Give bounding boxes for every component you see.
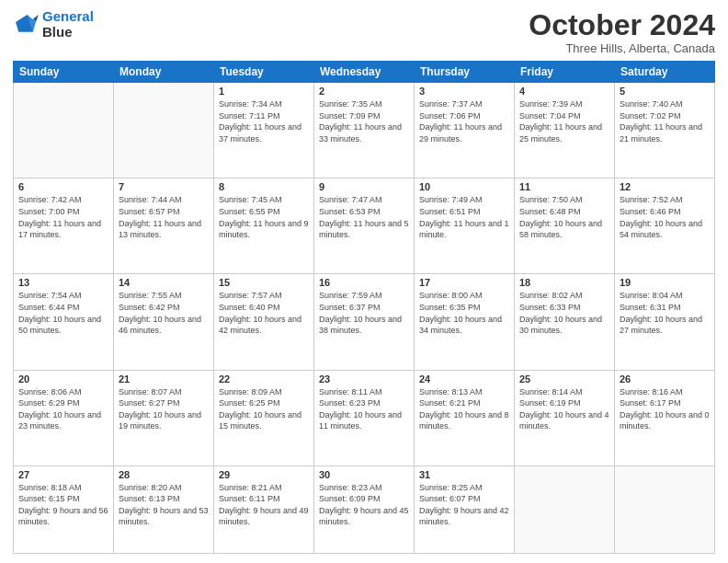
day-info: Sunrise: 7:59 AM Sunset: 6:37 PM Dayligh… bbox=[319, 290, 409, 336]
cell-w2-d0: 6Sunrise: 7:42 AM Sunset: 7:00 PM Daylig… bbox=[14, 178, 114, 274]
day-info: Sunrise: 7:39 AM Sunset: 7:04 PM Dayligh… bbox=[519, 98, 609, 144]
cell-w3-d4: 17Sunrise: 8:00 AM Sunset: 6:35 PM Dayli… bbox=[415, 274, 515, 370]
day-info: Sunrise: 8:14 AM Sunset: 6:19 PM Dayligh… bbox=[519, 386, 609, 432]
day-info: Sunrise: 8:16 AM Sunset: 6:17 PM Dayligh… bbox=[620, 386, 710, 432]
cell-w3-d3: 16Sunrise: 7:59 AM Sunset: 6:37 PM Dayli… bbox=[314, 274, 415, 370]
day-number: 28 bbox=[119, 469, 209, 480]
cell-w4-d4: 24Sunrise: 8:13 AM Sunset: 6:21 PM Dayli… bbox=[415, 370, 515, 465]
cell-w4-d2: 22Sunrise: 8:09 AM Sunset: 6:25 PM Dayli… bbox=[214, 370, 314, 465]
cell-w4-d6: 26Sunrise: 8:16 AM Sunset: 6:17 PM Dayli… bbox=[615, 370, 715, 465]
weekday-header-row: Sunday Monday Tuesday Wednesday Thursday… bbox=[14, 62, 715, 83]
day-number: 20 bbox=[18, 373, 108, 385]
day-info: Sunrise: 7:54 AM Sunset: 6:44 PM Dayligh… bbox=[18, 290, 108, 336]
cell-w2-d2: 8Sunrise: 7:45 AM Sunset: 6:55 PM Daylig… bbox=[214, 178, 314, 274]
header: General Blue October 2024 Three Hills, A… bbox=[13, 9, 715, 55]
cell-w2-d6: 12Sunrise: 7:52 AM Sunset: 6:46 PM Dayli… bbox=[615, 178, 715, 274]
cell-w2-d1: 7Sunrise: 7:44 AM Sunset: 6:57 PM Daylig… bbox=[114, 178, 214, 274]
day-number: 26 bbox=[620, 373, 710, 385]
location: Three Hills, Alberta, Canada bbox=[529, 41, 715, 55]
day-info: Sunrise: 7:57 AM Sunset: 6:40 PM Dayligh… bbox=[219, 290, 309, 336]
calendar-table: Sunday Monday Tuesday Wednesday Thursday… bbox=[13, 61, 715, 554]
day-number: 18 bbox=[519, 277, 609, 288]
title-block: October 2024 Three Hills, Alberta, Canad… bbox=[529, 9, 715, 55]
cell-w1-d0 bbox=[14, 83, 114, 178]
cell-w4-d1: 21Sunrise: 8:07 AM Sunset: 6:27 PM Dayli… bbox=[114, 370, 214, 465]
day-number: 21 bbox=[119, 373, 209, 385]
day-info: Sunrise: 8:13 AM Sunset: 6:21 PM Dayligh… bbox=[419, 386, 509, 432]
cell-w2-d3: 9Sunrise: 7:47 AM Sunset: 6:53 PM Daylig… bbox=[314, 178, 415, 274]
day-info: Sunrise: 8:21 AM Sunset: 6:11 PM Dayligh… bbox=[219, 482, 309, 528]
logo-line1: General bbox=[42, 8, 94, 24]
day-info: Sunrise: 8:25 AM Sunset: 6:07 PM Dayligh… bbox=[419, 482, 509, 528]
day-info: Sunrise: 8:11 AM Sunset: 6:23 PM Dayligh… bbox=[319, 386, 409, 432]
cell-w1-d5: 4Sunrise: 7:39 AM Sunset: 7:04 PM Daylig… bbox=[515, 83, 615, 178]
day-number: 31 bbox=[419, 469, 509, 480]
week-row-4: 20Sunrise: 8:06 AM Sunset: 6:29 PM Dayli… bbox=[14, 370, 715, 465]
week-row-3: 13Sunrise: 7:54 AM Sunset: 6:44 PM Dayli… bbox=[14, 274, 715, 370]
day-number: 6 bbox=[18, 181, 108, 192]
day-number: 30 bbox=[319, 469, 409, 480]
cell-w1-d6: 5Sunrise: 7:40 AM Sunset: 7:02 PM Daylig… bbox=[615, 83, 715, 178]
day-info: Sunrise: 7:47 AM Sunset: 6:53 PM Dayligh… bbox=[319, 194, 409, 240]
logo-text: General Blue bbox=[42, 9, 94, 40]
cell-w3-d0: 13Sunrise: 7:54 AM Sunset: 6:44 PM Dayli… bbox=[14, 274, 114, 370]
day-info: Sunrise: 7:49 AM Sunset: 6:51 PM Dayligh… bbox=[419, 194, 509, 240]
day-number: 4 bbox=[519, 86, 609, 97]
cell-w5-d6 bbox=[615, 465, 715, 553]
day-info: Sunrise: 7:35 AM Sunset: 7:09 PM Dayligh… bbox=[319, 98, 409, 144]
day-info: Sunrise: 7:37 AM Sunset: 7:06 PM Dayligh… bbox=[419, 98, 509, 144]
cell-w5-d1: 28Sunrise: 8:20 AM Sunset: 6:13 PM Dayli… bbox=[114, 465, 214, 553]
cell-w4-d5: 25Sunrise: 8:14 AM Sunset: 6:19 PM Dayli… bbox=[515, 370, 615, 465]
cell-w3-d1: 14Sunrise: 7:55 AM Sunset: 6:42 PM Dayli… bbox=[114, 274, 214, 370]
header-saturday: Saturday bbox=[615, 62, 715, 83]
day-info: Sunrise: 8:06 AM Sunset: 6:29 PM Dayligh… bbox=[18, 386, 108, 432]
day-info: Sunrise: 7:45 AM Sunset: 6:55 PM Dayligh… bbox=[219, 194, 309, 240]
cell-w2-d4: 10Sunrise: 7:49 AM Sunset: 6:51 PM Dayli… bbox=[415, 178, 515, 274]
day-number: 8 bbox=[219, 181, 309, 192]
logo-line2: Blue bbox=[42, 25, 94, 40]
page: General Blue October 2024 Three Hills, A… bbox=[0, 0, 728, 563]
header-thursday: Thursday bbox=[415, 62, 515, 83]
cell-w5-d2: 29Sunrise: 8:21 AM Sunset: 6:11 PM Dayli… bbox=[214, 465, 314, 553]
cell-w1-d4: 3Sunrise: 7:37 AM Sunset: 7:06 PM Daylig… bbox=[415, 83, 515, 178]
day-number: 11 bbox=[519, 181, 609, 192]
cell-w1-d2: 1Sunrise: 7:34 AM Sunset: 7:11 PM Daylig… bbox=[214, 83, 314, 178]
day-number: 12 bbox=[620, 181, 710, 192]
cell-w2-d5: 11Sunrise: 7:50 AM Sunset: 6:48 PM Dayli… bbox=[515, 178, 615, 274]
day-number: 23 bbox=[319, 373, 409, 385]
cell-w5-d3: 30Sunrise: 8:23 AM Sunset: 6:09 PM Dayli… bbox=[314, 465, 415, 553]
day-number: 22 bbox=[219, 373, 309, 385]
day-number: 27 bbox=[18, 469, 108, 480]
day-number: 9 bbox=[319, 181, 409, 192]
day-number: 15 bbox=[219, 277, 309, 288]
header-wednesday: Wednesday bbox=[314, 62, 415, 83]
day-info: Sunrise: 8:18 AM Sunset: 6:15 PM Dayligh… bbox=[18, 482, 108, 528]
day-info: Sunrise: 7:52 AM Sunset: 6:46 PM Dayligh… bbox=[620, 194, 710, 240]
header-monday: Monday bbox=[114, 62, 214, 83]
cell-w4-d0: 20Sunrise: 8:06 AM Sunset: 6:29 PM Dayli… bbox=[14, 370, 114, 465]
cell-w3-d2: 15Sunrise: 7:57 AM Sunset: 6:40 PM Dayli… bbox=[214, 274, 314, 370]
header-sunday: Sunday bbox=[14, 62, 114, 83]
week-row-5: 27Sunrise: 8:18 AM Sunset: 6:15 PM Dayli… bbox=[14, 465, 715, 553]
cell-w1-d1 bbox=[114, 83, 214, 178]
day-number: 16 bbox=[319, 277, 409, 288]
day-number: 13 bbox=[18, 277, 108, 288]
week-row-2: 6Sunrise: 7:42 AM Sunset: 7:00 PM Daylig… bbox=[14, 178, 715, 274]
day-info: Sunrise: 7:50 AM Sunset: 6:48 PM Dayligh… bbox=[519, 194, 609, 240]
day-number: 24 bbox=[419, 373, 509, 385]
cell-w5-d5 bbox=[515, 465, 615, 553]
day-info: Sunrise: 8:20 AM Sunset: 6:13 PM Dayligh… bbox=[119, 482, 209, 528]
day-info: Sunrise: 7:55 AM Sunset: 6:42 PM Dayligh… bbox=[119, 290, 209, 336]
month-title: October 2024 bbox=[529, 9, 715, 41]
day-info: Sunrise: 7:44 AM Sunset: 6:57 PM Dayligh… bbox=[119, 194, 209, 240]
day-number: 7 bbox=[119, 181, 209, 192]
day-number: 25 bbox=[519, 373, 609, 385]
cell-w5-d0: 27Sunrise: 8:18 AM Sunset: 6:15 PM Dayli… bbox=[14, 465, 114, 553]
logo: General Blue bbox=[13, 9, 94, 40]
header-tuesday: Tuesday bbox=[214, 62, 314, 83]
day-number: 10 bbox=[419, 181, 509, 192]
day-info: Sunrise: 8:23 AM Sunset: 6:09 PM Dayligh… bbox=[319, 482, 409, 528]
cell-w3-d5: 18Sunrise: 8:02 AM Sunset: 6:33 PM Dayli… bbox=[515, 274, 615, 370]
cell-w4-d3: 23Sunrise: 8:11 AM Sunset: 6:23 PM Dayli… bbox=[314, 370, 415, 465]
header-friday: Friday bbox=[515, 62, 615, 83]
